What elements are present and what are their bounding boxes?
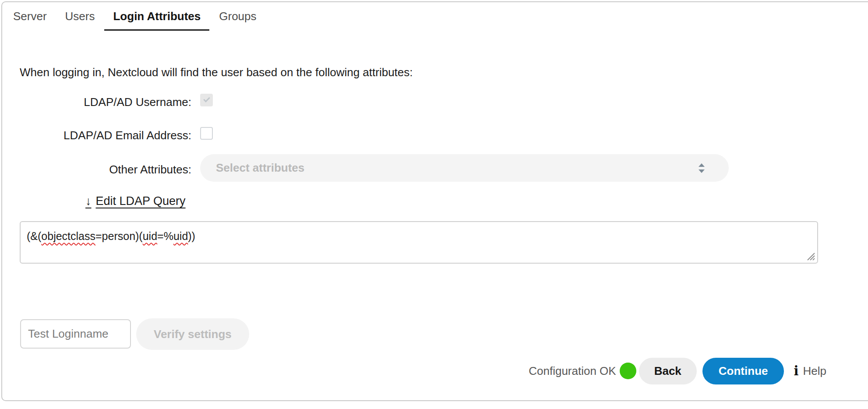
other-attributes-select[interactable]: Select attributes (200, 154, 729, 182)
edit-ldap-query-label: Edit LDAP Query (96, 194, 186, 208)
info-icon: i (794, 363, 798, 378)
status-text: Configuration OK (529, 364, 616, 378)
footer-actions: Configuration OK Back Continue i Help (529, 357, 826, 384)
sort-arrows-icon (697, 163, 706, 173)
resize-handle-icon[interactable] (806, 251, 815, 261)
intro-text: When logging in, Nextcloud will find the… (20, 66, 413, 79)
check-icon (203, 95, 210, 102)
ldap-email-checkbox[interactable] (200, 127, 213, 140)
tab-groups[interactable]: Groups (219, 10, 256, 29)
ldap-username-checkbox (200, 94, 213, 106)
tab-users[interactable]: Users (65, 10, 95, 29)
ldap-email-label: LDAP/AD Email Address: (20, 129, 191, 142)
back-button[interactable]: Back (639, 358, 697, 384)
ldap-query-text: (&(objectclass=person)(uid=%uid)) (27, 230, 195, 243)
tab-login-attributes[interactable]: Login Attributes (104, 10, 209, 31)
status-ok-dot (620, 363, 636, 379)
down-arrow-icon: ↓ (85, 194, 92, 208)
help-link[interactable]: Help (803, 364, 826, 378)
ldap-username-label: LDAP/AD Username: (20, 95, 191, 109)
verify-settings-button[interactable]: Verify settings (136, 318, 249, 350)
ldap-query-textarea[interactable]: (&(objectclass=person)(uid=%uid)) (20, 221, 818, 264)
test-loginname-input[interactable] (20, 319, 131, 349)
tab-server[interactable]: Server (13, 10, 47, 29)
tab-bar: Server Users Login Attributes Groups (13, 10, 257, 31)
other-attributes-label: Other Attributes: (20, 163, 191, 176)
continue-button[interactable]: Continue (702, 358, 784, 384)
select-placeholder: Select attributes (216, 154, 304, 182)
edit-ldap-query-link[interactable]: ↓Edit LDAP Query (85, 194, 186, 208)
